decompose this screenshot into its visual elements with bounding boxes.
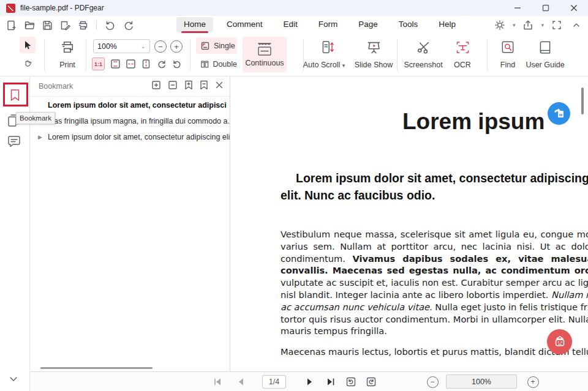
status-bar: 1/4 − 100% + <box>30 371 588 391</box>
collapse-rail-icon[interactable] <box>8 373 19 387</box>
new-file-icon[interactable] <box>5 18 18 32</box>
pdf-closing-line: Maecenas mauris lectus, lobortis et puru… <box>281 346 588 357</box>
ocr-button[interactable] <box>451 38 474 56</box>
single-label: Single <box>214 42 235 50</box>
rotate-left-icon[interactable] <box>170 58 183 70</box>
add-bookmark-icon[interactable] <box>184 80 193 92</box>
collapse-ribbon-icon[interactable] <box>570 18 583 32</box>
status-zoom-in-button[interactable]: + <box>526 372 540 391</box>
bookmark-tooltip: Bookmark <box>16 112 55 124</box>
highlight-annotation-box <box>3 83 28 106</box>
remove-bookmark-icon[interactable] <box>200 80 208 92</box>
page-indicator-input[interactable]: 1/4 <box>262 375 286 389</box>
bookmark-item-label: as fringilla ipsum magna, in fringilla d… <box>54 117 230 125</box>
bookmark-item[interactable]: as fringilla ipsum magna, in fringilla d… <box>30 113 230 129</box>
expand-caret-icon[interactable]: ▶ <box>38 134 43 140</box>
pdf-body-line: convallis. Maecenas sed egestas nulla, a… <box>281 264 588 277</box>
theme-icon[interactable] <box>493 18 507 32</box>
fit-height-button[interactable] <box>140 58 153 70</box>
fit-page-button[interactable] <box>109 58 122 70</box>
pdf-heading-line: elit. Nunc ac faucibus odio. <box>281 187 588 204</box>
bookmark-item[interactable]: Lorem ipsum dolor sit amet, consectetur … <box>30 97 230 113</box>
hand-tool-button[interactable] <box>20 56 36 72</box>
window-title: file-sample.pdf - PDFgear <box>20 4 104 12</box>
expand-all-icon[interactable] <box>151 80 161 92</box>
minimize-button[interactable] <box>503 0 532 16</box>
sign-document-icon[interactable] <box>58 18 72 32</box>
pdf-body-line: vulputate ac suscipit et, iaculis non es… <box>281 277 588 289</box>
last-page-button[interactable] <box>323 372 338 391</box>
divider <box>96 20 97 30</box>
share-caret-icon[interactable]: ▾ <box>541 22 544 28</box>
collapse-all-icon[interactable] <box>168 80 178 92</box>
title-bar: file-sample.pdf - PDFgear <box>0 0 588 16</box>
status-zoom-value[interactable]: 100% <box>446 374 517 389</box>
double-label: Double <box>213 60 237 69</box>
chevron-down-icon: ⌄ <box>141 43 146 50</box>
open-file-icon[interactable] <box>23 18 36 32</box>
double-page-button[interactable]: Double <box>196 56 237 72</box>
tab-edit[interactable]: Edit <box>276 17 305 32</box>
rotate-right-icon[interactable] <box>155 58 168 70</box>
status-zoom-out-button[interactable]: − <box>426 372 439 391</box>
comment-panel-icon[interactable] <box>7 134 21 151</box>
print-button[interactable] <box>56 38 78 56</box>
auto-scroll-button[interactable] <box>315 38 340 56</box>
slide-show-button[interactable] <box>363 38 385 56</box>
rotate-page-right-button[interactable] <box>364 372 379 391</box>
zoom-select[interactable]: 100% ⌄ <box>93 39 150 53</box>
redo-icon[interactable] <box>121 18 135 32</box>
pdf-body-line: nisl blandit. Integer lacinia ante ac li… <box>281 289 588 301</box>
find-button[interactable] <box>497 38 518 56</box>
bookmark-panel: Bookmark Lorem ipsum dolor sit amet, con… <box>30 76 230 371</box>
share-icon[interactable] <box>521 18 535 32</box>
previous-page-button[interactable] <box>234 372 247 391</box>
continuous-button[interactable]: Continuous <box>243 37 287 72</box>
theme-caret-icon[interactable]: ▾ <box>513 22 516 28</box>
convert-to-word-button[interactable]: w <box>548 102 570 125</box>
undo-icon[interactable] <box>104 18 117 32</box>
fullscreen-icon[interactable] <box>550 18 564 32</box>
document-area[interactable]: Lorem ipsum w Lorem ipsum dolor sit amet… <box>231 76 588 371</box>
close-button[interactable] <box>560 0 588 16</box>
screenshot-label: Screenshot <box>398 61 448 69</box>
next-page-button[interactable] <box>303 372 317 391</box>
single-page-button[interactable]: Single <box>196 37 237 54</box>
zoom-out-button[interactable]: − <box>154 40 167 53</box>
pdf-body-line: condimentum. Vivamus dapibus sodales ex,… <box>281 253 588 265</box>
pdf-body-line: varius sem. Nullam at porttitor arcu, ne… <box>281 240 588 253</box>
first-page-button[interactable] <box>211 372 224 391</box>
print-quick-icon[interactable] <box>76 18 89 32</box>
tab-home[interactable]: Home <box>176 17 213 32</box>
pdf-body-line: mauris tempus fringilla. <box>281 325 588 337</box>
auto-scroll-label: Auto Scroll ▾ <box>299 61 349 69</box>
tab-form[interactable]: Form <box>311 17 345 32</box>
ocr-label: OCR <box>451 61 474 69</box>
select-tool-button[interactable] <box>20 37 36 53</box>
maximize-button[interactable] <box>532 0 560 16</box>
close-panel-icon[interactable] <box>215 81 224 92</box>
pdf-body-line: ac accumsan nunc vehicula vitae. Nulla e… <box>281 301 588 313</box>
app-logo-icon <box>6 4 15 13</box>
find-label: Find <box>496 61 519 69</box>
save-icon[interactable] <box>40 18 54 32</box>
pdf-title: Lorem ipsum <box>402 109 545 135</box>
tab-page[interactable]: Page <box>351 17 385 32</box>
tab-tools[interactable]: Tools <box>391 17 426 32</box>
vertical-scrollbar[interactable] <box>581 88 584 114</box>
user-guide-label: User Guide <box>524 61 567 69</box>
assistant-robot-button[interactable] <box>547 329 572 354</box>
bookmark-item[interactable]: ▶ Lorem ipsum dolor sit amet, consectetu… <box>30 129 230 145</box>
tab-help[interactable]: Help <box>431 17 463 32</box>
svg-text:w: w <box>558 112 562 116</box>
fit-width-button[interactable] <box>124 58 137 70</box>
tab-comment[interactable]: Comment <box>219 17 270 32</box>
horizontal-scrollbar[interactable] <box>40 367 153 369</box>
screenshot-button[interactable] <box>412 38 435 56</box>
user-guide-button[interactable] <box>534 38 556 56</box>
actual-size-button[interactable]: 1:1 <box>92 58 105 70</box>
panel-title: Bookmark <box>39 82 73 91</box>
rotate-page-left-button[interactable] <box>344 372 358 391</box>
continuous-label: Continuous <box>245 59 284 67</box>
zoom-in-button[interactable]: + <box>170 40 183 53</box>
